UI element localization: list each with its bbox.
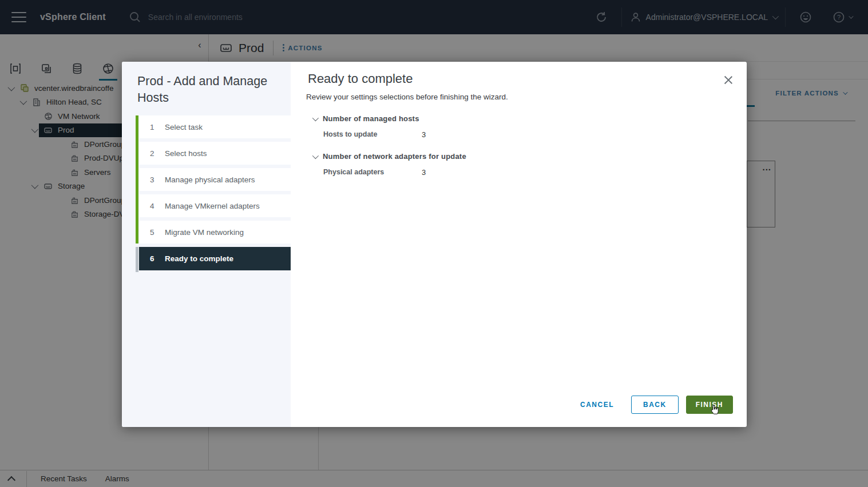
step-select-task[interactable]: 1 Select task	[139, 115, 291, 138]
finish-button[interactable]: FINISH	[686, 396, 733, 414]
section-network-adapters[interactable]: Number of network adapters for update	[312, 152, 466, 161]
add-and-manage-hosts-wizard: Prod - Add and Manage Hosts 1 Select tas…	[122, 62, 747, 427]
step-ready-to-complete[interactable]: 6 Ready to complete	[139, 247, 291, 270]
chevron-down-icon	[312, 114, 319, 121]
cancel-button[interactable]: CANCEL	[574, 396, 620, 413]
wizard-buttons: CANCEL BACK FINISH	[574, 396, 733, 414]
wizard-sidebar: Prod - Add and Manage Hosts 1 Select tas…	[122, 62, 291, 427]
wizard-steps: 1 Select task 2 Select hosts 3 Manage ph…	[139, 115, 291, 274]
step-manage-vmkernel-adapters[interactable]: 4 Manage VMkernel adapters	[139, 194, 291, 217]
step-migrate-vm-networking[interactable]: 5 Migrate VM networking	[139, 221, 291, 244]
wizard-title: Prod - Add and Manage Hosts	[137, 73, 279, 106]
section-managed-hosts[interactable]: Number of managed hosts	[312, 114, 419, 123]
completed-steps-bar	[136, 115, 138, 244]
close-icon[interactable]	[723, 74, 734, 86]
back-button[interactable]: BACK	[631, 396, 679, 414]
wizard-page-subtitle: Review your settings selections before f…	[306, 93, 508, 101]
wizard-page-title: Ready to complete	[308, 71, 413, 86]
vsphere-client-app: vSphere Client Administrator@V	[0, 0, 868, 487]
summary-row: Hosts to update 3	[323, 130, 426, 139]
chevron-down-icon	[312, 152, 319, 158]
current-step-bar	[136, 247, 138, 272]
summary-row: Physical adapters 3	[323, 168, 426, 177]
step-manage-physical-adapters[interactable]: 3 Manage physical adapters	[139, 168, 291, 191]
step-select-hosts[interactable]: 2 Select hosts	[139, 142, 291, 165]
